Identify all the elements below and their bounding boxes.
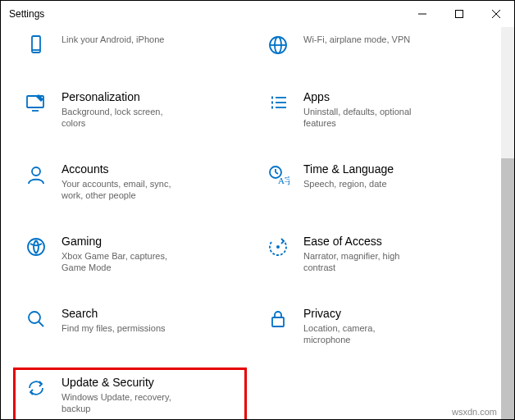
- tile-title: Search: [62, 306, 166, 321]
- close-button[interactable]: [477, 1, 514, 27]
- gaming-icon: [22, 234, 50, 258]
- tile-ease-of-access[interactable]: Ease of Access Narrator, magnifier, high…: [258, 229, 486, 278]
- tile-time-language[interactable]: A字 Time & Language Speech, region, date: [258, 157, 486, 206]
- svg-text:A字: A字: [278, 176, 289, 185]
- tile-title: Update & Security: [62, 375, 181, 390]
- watermark: wsxdn.com: [449, 406, 499, 418]
- ease-of-access-icon: [264, 234, 292, 258]
- svg-line-3: [492, 10, 500, 18]
- svg-rect-1: [455, 11, 463, 18]
- privacy-icon: [264, 306, 292, 331]
- tile-phone[interactable]: Link your Android, iPhone: [16, 27, 244, 62]
- tile-network[interactable]: Wi-Fi, airplane mode, VPN: [258, 27, 486, 62]
- tile-apps[interactable]: Apps Uninstall, defaults, optional featu…: [258, 84, 486, 134]
- svg-line-2: [492, 10, 500, 18]
- tile-personalization[interactable]: Personalization Background, lock screen,…: [16, 84, 244, 134]
- tile-title: Personalization: [62, 89, 181, 104]
- svg-rect-26: [272, 317, 284, 326]
- accounts-icon: [22, 162, 50, 186]
- time-language-icon: A字: [264, 162, 292, 186]
- tile-desc: Find my files, permissions: [62, 322, 166, 334]
- minimize-button[interactable]: [403, 1, 440, 27]
- tile-desc: Location, camera, microphone: [303, 322, 423, 345]
- titlebar: Settings: [1, 1, 514, 27]
- tile-title: Apps: [303, 89, 423, 104]
- tile-accounts[interactable]: Accounts Your accounts, email, sync, wor…: [16, 157, 244, 206]
- search-icon: [22, 306, 50, 331]
- svg-point-24: [29, 312, 40, 323]
- tile-title: Ease of Access: [303, 234, 423, 249]
- tile-desc: Uninstall, defaults, optional features: [303, 106, 423, 129]
- phone-icon: [22, 32, 50, 57]
- tile-privacy[interactable]: Privacy Location, camera, microphone: [258, 301, 486, 350]
- tile-desc: Background, lock screen, colors: [62, 106, 181, 129]
- tile-desc: Xbox Game Bar, captures, Game Mode: [62, 250, 181, 273]
- tile-title: Privacy: [303, 306, 423, 321]
- tile-title: Gaming: [62, 234, 181, 249]
- globe-icon: [264, 32, 292, 57]
- update-security-icon: [22, 375, 50, 399]
- window-title: Settings: [9, 8, 44, 20]
- tile-desc: Link your Android, iPhone: [62, 34, 164, 45]
- personalization-icon: [22, 89, 50, 114]
- svg-point-23: [276, 245, 280, 249]
- window-controls: [403, 1, 514, 27]
- svg-line-25: [39, 322, 43, 326]
- tile-desc: Speech, region, date: [303, 178, 394, 189]
- tile-desc: Windows Update, recovery, backup: [62, 391, 181, 414]
- tile-title: Time & Language: [303, 162, 394, 176]
- tile-title: Accounts: [62, 162, 181, 176]
- svg-point-17: [32, 167, 40, 176]
- tile-update-security[interactable]: Update & Security Windows Update, recove…: [16, 370, 244, 419]
- settings-content: Link your Android, iPhone Wi-Fi, airplan…: [1, 27, 501, 419]
- tile-gaming[interactable]: Gaming Xbox Game Bar, captures, Game Mod…: [16, 229, 244, 278]
- maximize-button[interactable]: [440, 1, 477, 27]
- settings-grid: Link your Android, iPhone Wi-Fi, airplan…: [1, 27, 501, 419]
- tile-desc: Narrator, magnifier, high contrast: [303, 250, 423, 273]
- svg-line-20: [276, 172, 278, 174]
- tile-search[interactable]: Search Find my files, permissions: [16, 301, 244, 350]
- tile-desc: Your accounts, email, sync, work, other …: [62, 178, 181, 201]
- vertical-scrollbar[interactable]: [501, 27, 514, 419]
- scrollbar-thumb[interactable]: [501, 158, 514, 420]
- apps-icon: [264, 89, 292, 114]
- tile-desc: Wi-Fi, airplane mode, VPN: [303, 34, 410, 45]
